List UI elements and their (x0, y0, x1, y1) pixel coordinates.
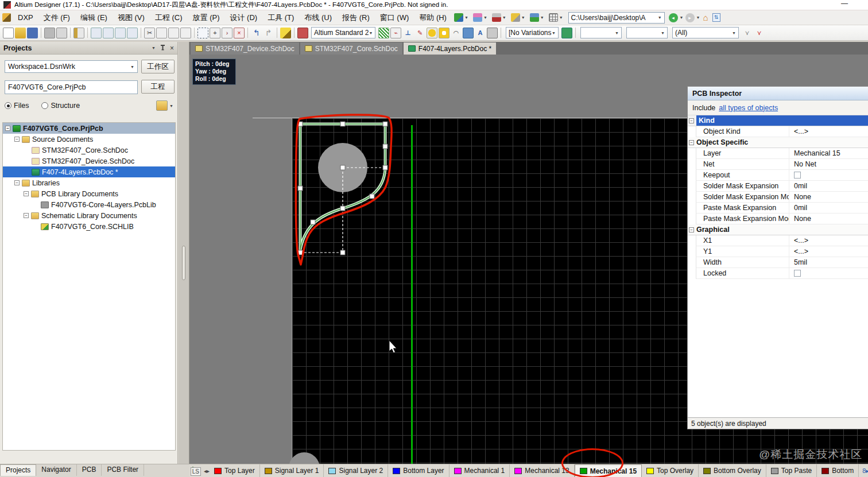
workspace-button[interactable]: 工作区 (141, 60, 175, 73)
collapse-icon[interactable]: − (24, 213, 29, 218)
print-preview-button[interactable] (56, 28, 67, 38)
layer-stack-dropdown[interactable]: ▼ (473, 13, 487, 22)
layer-set-indicator[interactable]: LS (192, 467, 193, 475)
menu-file[interactable]: 文件 (F) (39, 11, 75, 25)
route-button[interactable]: ⌁ (390, 28, 401, 38)
tab-pcb[interactable]: PCB (77, 464, 102, 476)
cross-probe-button[interactable] (297, 28, 308, 38)
tree-item-schlib[interactable]: F407VGT6_Core.SCHLIB (3, 221, 175, 232)
panel-splitter[interactable] (179, 42, 189, 464)
home-button[interactable]: ⌂ (703, 13, 708, 22)
zoom-filtered-button[interactable] (127, 28, 138, 38)
row-paste-mask-expansion-mode[interactable]: Paste Mask Expansion ModeNone (696, 214, 868, 224)
row-layer[interactable]: LayerMechanical 15 (696, 148, 868, 159)
row-net[interactable]: NetNo Net (696, 159, 868, 170)
doc-tab-pcbdoc[interactable]: F407-4Layers.PcbDoc * (404, 42, 496, 55)
style-combo[interactable]: Altium Standard 2▼ (311, 27, 375, 38)
board-view-dropdown[interactable]: ▼ (530, 13, 544, 22)
row-keepout[interactable]: Keepout (696, 170, 868, 181)
place-text-button[interactable]: A (475, 28, 486, 38)
doc-tab-core-schdoc[interactable]: STM32F407_Core.SchDoc (300, 42, 402, 55)
align-dropdown[interactable]: ▼ (511, 13, 525, 22)
redo-button[interactable]: ↱ (263, 28, 274, 38)
tree-item-libraries[interactable]: −Libraries (3, 177, 175, 188)
row-paste-mask-expansion[interactable]: Paste Mask Expansion0mil (696, 203, 868, 214)
back-button[interactable]: ◂ (669, 13, 678, 22)
prop-value[interactable]: 5mil (789, 258, 807, 266)
row-y1[interactable]: Y1<...> (696, 246, 868, 257)
menu-dxp[interactable]: DXP (13, 11, 38, 24)
zoom-document-button[interactable] (91, 28, 102, 38)
tree-item-project-root[interactable]: −F407VGT6_Core.PrjPcb (3, 123, 175, 134)
collapse-icon[interactable]: − (24, 191, 29, 196)
splitter-grip[interactable] (182, 246, 185, 280)
place-string-tool-button[interactable]: ⊥ (402, 28, 413, 38)
variations-combo[interactable]: [No Variations▼ (506, 27, 559, 38)
tree-item-pcbdoc[interactable]: F407-4Layers.PcbDoc * (3, 166, 175, 177)
tree-item-pcb-library-documents[interactable]: −PCB Library Documents (3, 188, 175, 199)
project-button[interactable]: 工程 (141, 80, 175, 94)
menu-edit[interactable]: 编辑 (E) (76, 11, 112, 25)
collapse-icon[interactable]: − (689, 227, 694, 232)
layer-tab-signal-layer-1[interactable]: Signal Layer 1 (260, 464, 324, 477)
menu-place[interactable]: 放置 (P) (188, 11, 224, 25)
collapse-icon[interactable]: − (5, 126, 10, 131)
section-graphical[interactable]: −Graphical (688, 224, 868, 235)
row-width[interactable]: Width5mil (696, 257, 868, 268)
print-button[interactable] (44, 28, 55, 38)
break-track-button[interactable]: › (222, 28, 232, 38)
layer-tab-bottom[interactable]: Bottom (817, 464, 859, 477)
menu-route[interactable]: 布线 (U) (300, 11, 336, 25)
filter-select-button[interactable]: ⋎ (742, 28, 753, 38)
grid-dropdown[interactable]: ▼ (549, 13, 563, 22)
layer-tab-bottom-layer[interactable]: Bottom Layer (388, 464, 449, 477)
zoom-selected-button[interactable] (115, 28, 126, 38)
bottom-pad-circle[interactable] (289, 452, 320, 464)
tree-item-source-documents[interactable]: −Source Documents (3, 134, 175, 145)
section-kind[interactable]: −Kind (688, 115, 868, 126)
path-combo[interactable]: C:\Users\baijj\Desktop\A▼ (568, 12, 665, 24)
layer-tab-top-overlay[interactable]: Top Overlay (642, 464, 699, 477)
pin-icon[interactable] (160, 45, 165, 51)
place-line-button[interactable]: ✎ (414, 28, 425, 38)
include-types-link[interactable]: all types of objects (719, 104, 778, 112)
prop-value[interactable]: No Net (789, 160, 816, 168)
forward-button[interactable]: ▸ (685, 13, 695, 22)
place-fill-button[interactable] (463, 28, 474, 38)
layer-tab-mechanical-13[interactable]: Mechanical 13 (510, 464, 574, 477)
menu-project[interactable]: 工程 (C) (150, 11, 187, 25)
keepout-checkbox[interactable] (794, 172, 801, 179)
refresh-button[interactable]: ⇅ (712, 13, 720, 22)
place-via-button[interactable] (439, 28, 450, 38)
open-button[interactable] (15, 28, 26, 38)
collapse-icon[interactable]: − (14, 180, 20, 185)
workspace-panels-button[interactable] (73, 28, 84, 38)
copy-button[interactable] (156, 28, 167, 38)
tree-item-core-schdoc[interactable]: STM32F407_Core.SchDoc (3, 145, 175, 156)
zoom-area-button[interactable] (103, 28, 114, 38)
row-solder-mask-expansion[interactable]: Solder Mask Expansion0mil (696, 181, 868, 192)
files-radio[interactable]: Files (5, 102, 29, 110)
layer-tab-mechanical-15[interactable]: Mechanical 15 (575, 464, 642, 477)
row-locked[interactable]: Locked (696, 268, 868, 279)
prop-value[interactable]: <...> (789, 127, 808, 135)
prop-value[interactable]: 0mil (789, 204, 807, 212)
project-field[interactable]: F407VGT6_Core.PrjPcb (5, 80, 138, 94)
layer-tab-top-paste[interactable]: Top Paste (766, 464, 817, 477)
tab-pcb-filter[interactable]: PCB Filter (102, 464, 144, 476)
tree-item-schematic-library-documents[interactable]: −Schematic Library Documents (3, 210, 175, 221)
paste-button[interactable] (168, 28, 179, 38)
layer-tab-top-layer[interactable]: Top Layer (210, 464, 260, 477)
collapse-icon[interactable]: − (689, 118, 694, 123)
collapse-icon[interactable]: − (689, 140, 694, 145)
filter-clear-button[interactable]: ⋎ (754, 28, 765, 38)
new-document-button[interactable] (3, 28, 14, 38)
prop-value[interactable]: None (789, 193, 811, 201)
place-polygon-button[interactable] (378, 28, 389, 38)
close-panel-icon[interactable]: × (170, 44, 174, 52)
tree-item-device-schdoc[interactable]: STM32F407_Device.SchDoc (3, 156, 175, 166)
menu-window[interactable]: 窗口 (W) (375, 11, 414, 25)
structure-radio[interactable]: Structure (41, 102, 80, 110)
menu-help[interactable]: 帮助 (H) (414, 11, 451, 25)
row-object-kind[interactable]: Object Kind<...> (696, 126, 868, 137)
